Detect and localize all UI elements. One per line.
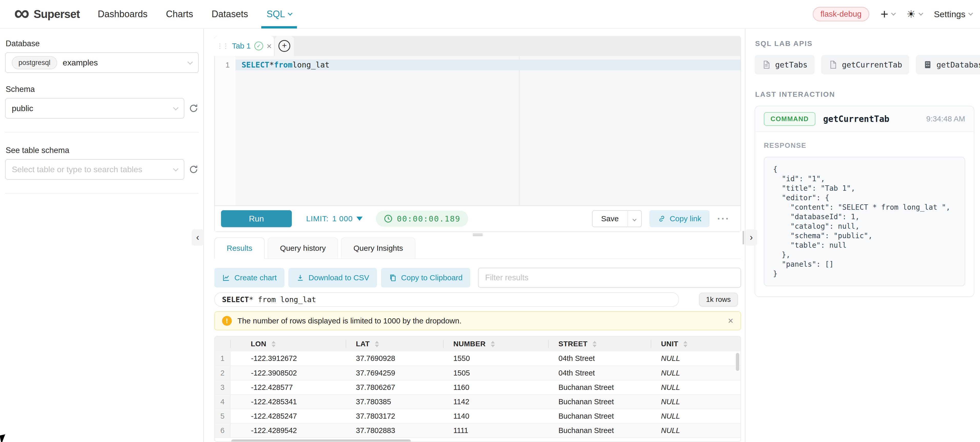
new-item-button[interactable]: + [880, 6, 895, 22]
row-number: 5 [215, 409, 230, 423]
drag-handle-icon[interactable]: ⋮⋮ [216, 42, 228, 50]
editor-print-margin [519, 56, 520, 205]
caret-down-icon [356, 217, 363, 221]
vertical-scrollbar-thumb[interactable] [736, 353, 739, 371]
database-select[interactable]: postgresql examples [5, 53, 199, 73]
collapse-left-panel-button[interactable]: ‹ [192, 229, 204, 246]
interaction-card-header: COMMAND getCurrentTab 9:34:48 AM [755, 106, 974, 132]
column-header-lat[interactable]: LAT [346, 337, 443, 351]
row-count-badge: 1k rows [699, 293, 738, 306]
add-tab-button[interactable]: + [275, 36, 294, 56]
copy-clipboard-label: Copy to Clipboard [401, 273, 463, 282]
save-options-button[interactable] [627, 210, 642, 227]
getcurrenttab-button[interactable]: getCurrentTab [821, 55, 909, 75]
close-tab-icon[interactable]: × [267, 41, 272, 51]
sort-icon[interactable] [491, 341, 495, 347]
schema-select[interactable]: public [5, 98, 185, 118]
gettabs-label: getTabs [775, 60, 807, 69]
filter-results-input[interactable] [478, 268, 741, 288]
column-header-lon[interactable]: LON [230, 337, 346, 351]
chart-icon [222, 274, 230, 282]
horizontal-scrollbar[interactable] [215, 438, 740, 442]
column-header-number[interactable]: NUMBER [443, 337, 548, 351]
nav-sql-label: SQL [266, 9, 285, 19]
refresh-icon [188, 164, 199, 174]
save-button[interactable]: Save [592, 210, 627, 227]
chevron-down-icon [968, 11, 973, 15]
table-select[interactable]: Select table or type to search tables [5, 159, 185, 180]
nav-charts[interactable]: Charts [166, 0, 193, 29]
create-chart-label: Create chart [234, 273, 277, 282]
sort-icon[interactable] [272, 341, 276, 347]
settings-label: Settings [934, 9, 966, 19]
query-preview[interactable]: SELECT * from long_lat [214, 292, 679, 307]
panel-scrollbar-thumb[interactable] [743, 231, 744, 244]
table-cell: Buchanan Street [548, 380, 651, 394]
panel-resize-handle[interactable] [214, 232, 741, 238]
tab-query-history[interactable]: Query history [268, 238, 338, 259]
last-interaction-card: COMMAND getCurrentTab 9:34:48 AM RESPONS… [755, 106, 974, 297]
refresh-tables-button[interactable] [188, 164, 199, 174]
row-number: 4 [215, 394, 230, 409]
copy-to-clipboard-button[interactable]: Copy to Clipboard [381, 268, 470, 287]
settings-menu[interactable]: Settings [934, 9, 972, 19]
editor-tab[interactable]: ⋮⋮ Tab 1 ✓ × [214, 36, 274, 56]
table-cell: -122.3908502 [230, 366, 346, 380]
plus-icon: + [880, 6, 888, 22]
sql-code-editor[interactable]: 1 SELECT * from long_lat [215, 56, 740, 205]
table-cell: -122.4289542 [230, 423, 346, 438]
column-header-street[interactable]: STREET [548, 337, 651, 351]
expand-right-panel-button[interactable]: › [745, 229, 757, 246]
results-table: LON LAT NUMBER STREET UNIT 1-122.3912672… [214, 336, 741, 442]
query-timer: 00:00:00.189 [376, 211, 468, 227]
tabs-document-icon [762, 60, 771, 69]
more-options-button[interactable]: ··· [717, 213, 730, 225]
editor-wrap: 1 SELECT * from long_lat Run LIMIT: 1 00… [214, 56, 741, 232]
tab-query-insights[interactable]: Query Insights [341, 238, 415, 259]
close-warning-icon[interactable]: × [728, 316, 733, 326]
interaction-card-body: RESPONSE { "id": "1", "title": "Tab 1", … [755, 132, 974, 297]
nav-datasets[interactable]: Datasets [212, 0, 248, 29]
editor-toolbar: Run LIMIT: 1 000 00:00:00.189 Save [215, 205, 740, 231]
results-table-body: 1-122.391267237.7690928155004th StreetNU… [215, 351, 740, 438]
download-csv-button[interactable]: Download to CSV [288, 268, 377, 287]
editor-tab-bar: ⋮⋮ Tab 1 ✓ × + [214, 36, 741, 56]
tab-saved-check-icon: ✓ [255, 41, 263, 50]
chevron-down-icon [891, 11, 896, 15]
table-cell: -122.428577 [230, 380, 346, 394]
link-icon [658, 215, 666, 223]
column-header-unit[interactable]: UNIT [651, 337, 740, 351]
sort-icon[interactable] [683, 341, 687, 347]
theme-toggle-button[interactable]: ☀ [907, 8, 923, 20]
run-query-button[interactable]: Run [221, 210, 292, 227]
table-cell: 37.7690928 [346, 351, 443, 366]
apis-heading: SQL LAB APIS [755, 40, 974, 48]
row-number: 2 [215, 366, 230, 380]
table-cell: 1111 [443, 423, 548, 438]
limit-label: LIMIT: [306, 214, 329, 223]
getdatabases-label: getDatabases [936, 60, 980, 69]
table-cell: NULL [651, 351, 740, 366]
refresh-schemas-button[interactable] [188, 103, 199, 113]
table-row: 3-122.42857737.78062671160Buchanan Stree… [215, 380, 740, 394]
command-timestamp: 9:34:48 AM [926, 115, 965, 123]
sort-icon[interactable] [593, 341, 597, 347]
row-limit-warning: ! The number of rows displayed is limite… [214, 311, 741, 330]
save-button-group: Save [592, 210, 642, 227]
getdatabases-button[interactable]: getDatabases [916, 55, 980, 75]
create-chart-button[interactable]: Create chart [214, 268, 284, 287]
tab-results[interactable]: Results [214, 238, 265, 259]
row-number: 3 [215, 380, 230, 394]
nav-dashboards[interactable]: Dashboards [98, 0, 148, 29]
sort-icon[interactable] [375, 341, 379, 347]
nav-sql[interactable]: SQL [266, 0, 292, 29]
copy-link-button[interactable]: Copy link [649, 210, 710, 227]
superset-logo[interactable]: ∞ Superset [14, 5, 80, 24]
file-cabinet-icon [923, 60, 932, 69]
scrollbar-thumb[interactable] [231, 439, 411, 442]
chevron-down-icon [173, 105, 178, 110]
table-cell: Buchanan Street [548, 423, 651, 438]
limit-dropdown[interactable]: LIMIT: 1 000 [306, 214, 363, 223]
table-cell: NULL [651, 366, 740, 380]
gettabs-button[interactable]: getTabs [755, 55, 815, 75]
